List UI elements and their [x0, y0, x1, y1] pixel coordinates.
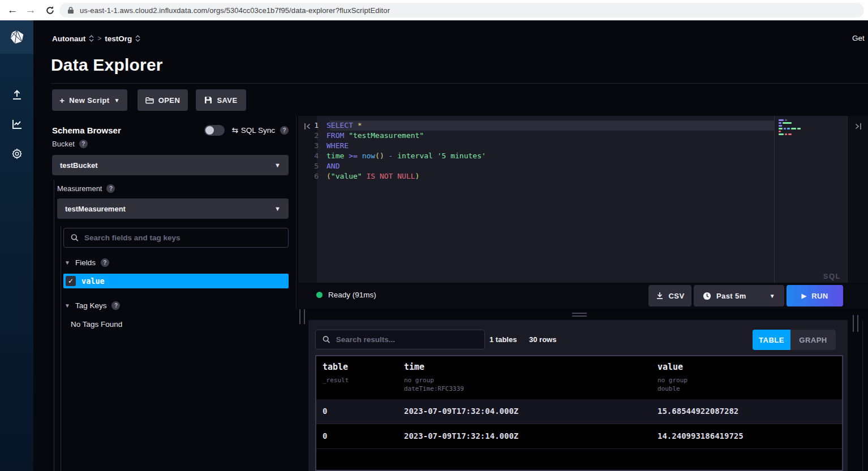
tag-keys-label: Tag Keys	[75, 301, 107, 310]
influxdb-logo-button[interactable]	[0, 20, 33, 54]
vertical-drag-handle-right[interactable]	[853, 315, 858, 332]
minimap[interactable]	[779, 119, 803, 135]
open-label: OPEN	[158, 96, 180, 105]
play-icon: ▶	[801, 292, 806, 300]
tag-keys-help-icon[interactable]: ?	[111, 301, 120, 310]
table-row[interactable]: 02023-07-09T17:32:04.000Z15.685449220872…	[316, 399, 842, 424]
measurement-help-icon[interactable]: ?	[106, 184, 115, 193]
code-text: time >= now() - interval '5 minutes'	[326, 151, 486, 161]
save-button[interactable]: SAVE	[196, 89, 246, 111]
forward-button[interactable]: →	[23, 2, 38, 18]
table-row[interactable]: 02023-07-09T17:32:14.000Z14.240993186419…	[316, 424, 842, 449]
csv-download-button[interactable]: CSV	[648, 285, 691, 306]
schema-browser-title: Schema Browser	[52, 126, 121, 135]
results-panel: 1 tables 30 rows TABLE GRAPH table_resul…	[308, 320, 848, 471]
code-line[interactable]: 4time >= now() - interval '5 minutes'	[298, 151, 774, 161]
code-text: WHERE	[326, 141, 349, 151]
fields-help-icon[interactable]: ?	[101, 258, 109, 267]
expand-right-icon[interactable]	[852, 120, 863, 132]
column-meta: no group	[658, 376, 687, 384]
new-script-label: New Script	[69, 96, 109, 105]
measurement-value: testMeasurement	[65, 205, 126, 213]
run-label: RUN	[811, 292, 828, 300]
column-header: table_result	[323, 362, 349, 384]
breadcrumb-project[interactable]: testOrg	[105, 34, 132, 43]
code-text: FROM "testMeasurement"	[326, 131, 424, 141]
table-cell: 2023-07-09T17:32:04.000Z	[404, 407, 518, 416]
code-line[interactable]: 3WHERE	[298, 141, 774, 151]
bucket-value: testBucket	[60, 161, 97, 170]
lock-icon	[67, 6, 74, 14]
bucket-label: Bucket	[52, 140, 75, 148]
sql-sync-toggle[interactable]	[204, 125, 225, 136]
results-search-input[interactable]	[336, 335, 478, 344]
code-line[interactable]: 6("value" IS NOT NULL)	[298, 171, 774, 182]
fields-section-header[interactable]: ▼ Fields ?	[65, 258, 109, 267]
sql-sync-label: SQL Sync	[241, 126, 275, 135]
column-meta: double	[658, 384, 687, 393]
code-line[interactable]: 1SELECT *	[298, 120, 774, 131]
editor-right-strip	[847, 116, 868, 283]
chevron-down-icon: ▼	[114, 97, 120, 103]
clock-icon	[703, 292, 711, 300]
browser-chrome: ← → us-east-1-1.aws.cloud2.influxdata.co…	[0, 0, 868, 20]
tab-table[interactable]: TABLE	[753, 330, 790, 350]
table-cell: 15.68544922087282	[658, 407, 738, 416]
nav-item-data-explorer[interactable]	[0, 113, 33, 136]
checkbox-checked-icon[interactable]: ✓	[66, 276, 76, 286]
results-search[interactable]	[315, 330, 485, 349]
code-line[interactable]: 2FROM "testMeasurement"	[298, 131, 774, 141]
address-bar[interactable]: us-east-1-1.aws.cloud2.influxdata.com/or…	[59, 3, 864, 18]
promo-text[interactable]: Get	[852, 34, 865, 42]
nav-item-settings[interactable]	[0, 142, 33, 165]
new-script-button[interactable]: + New Script ▼	[52, 89, 127, 111]
bucket-help-icon[interactable]: ?	[79, 140, 88, 148]
indent-guide	[61, 226, 61, 471]
code-text: AND	[326, 161, 340, 171]
editor-status-bar: Ready (91ms) CSV Past 5m ▼ ▶ RUN	[298, 283, 868, 309]
page-title: Data Explorer	[51, 55, 163, 75]
save-label: SAVE	[217, 96, 237, 105]
no-tags-found-text: No Tags Found	[71, 320, 122, 329]
project-switcher-icon[interactable]	[135, 35, 140, 42]
chevron-down-icon: ▼	[274, 205, 281, 212]
horizontal-drag-handle[interactable]	[572, 313, 587, 317]
breadcrumb-org[interactable]: Autonaut	[52, 34, 85, 43]
column-meta: _result	[323, 376, 349, 384]
tab-graph[interactable]: GRAPH	[790, 330, 836, 350]
help-button[interactable]: ?	[0, 466, 33, 471]
sql-editor[interactable]: 1SELECT *2FROM "testMeasurement"3WHERE4t…	[298, 116, 868, 283]
search-icon	[71, 234, 79, 242]
results-table-header: table_resulttimeno groupdateTime:RFC3339…	[316, 356, 842, 399]
code-lines: 1SELECT *2FROM "testMeasurement"3WHERE4t…	[298, 120, 774, 182]
code-line[interactable]: 5AND	[298, 161, 774, 171]
back-button[interactable]: ←	[5, 2, 20, 18]
left-nav-sidebar: ?	[0, 20, 33, 471]
schema-browser-header: Schema Browser ⇆ SQL Sync ?	[52, 124, 289, 136]
refresh-button[interactable]	[42, 2, 58, 18]
save-icon	[204, 96, 212, 104]
org-switcher-icon[interactable]	[89, 35, 94, 42]
bucket-dropdown[interactable]: testBucket ▼	[52, 155, 289, 175]
line-chart-icon	[11, 118, 23, 131]
schema-search-input[interactable]	[84, 234, 281, 242]
nav-item-upload[interactable]	[0, 84, 33, 106]
folder-icon	[145, 97, 154, 104]
field-item-value[interactable]: ✓ value	[63, 274, 289, 288]
triangle-down-icon: ▼	[65, 260, 70, 266]
results-splitter[interactable]	[298, 309, 868, 320]
upload-icon	[11, 89, 23, 101]
tag-keys-section-header[interactable]: ▼ Tag Keys ?	[65, 301, 120, 310]
breadcrumb: Autonaut > testOrg	[52, 33, 140, 44]
open-button[interactable]: OPEN	[137, 89, 188, 111]
refresh-icon	[45, 6, 55, 15]
schema-search[interactable]	[63, 228, 289, 248]
status-green-dot	[316, 292, 323, 298]
time-range-dropdown[interactable]: Past 5m ▼	[694, 285, 784, 306]
measurement-dropdown[interactable]: testMeasurement ▼	[57, 198, 289, 219]
run-query-button[interactable]: ▶ RUN	[787, 285, 843, 306]
download-icon	[656, 292, 664, 300]
title-divider	[51, 83, 868, 84]
column-name: time	[404, 362, 464, 372]
sql-sync-help-icon[interactable]: ?	[280, 126, 289, 135]
